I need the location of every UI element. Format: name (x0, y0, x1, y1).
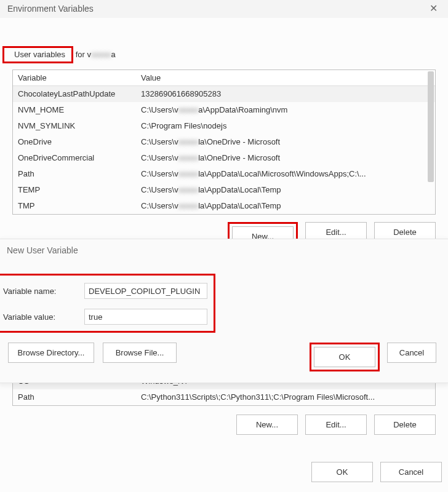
col-header-variable[interactable]: Variable (13, 70, 136, 86)
new-user-variable-dialog: New User Variable Variable name: Variabl… (0, 239, 448, 383)
user-for-text-right: a (111, 50, 116, 59)
sub-dialog-form-highlight: Variable name: Variable value: (0, 274, 215, 333)
variable-value-label: Variable value: (3, 312, 83, 322)
table-row[interactable]: TEMP (13, 182, 136, 198)
cancel-button[interactable]: Cancel (380, 462, 442, 482)
table-row[interactable]: C:\Users\vxxxxxa\AppData\Roaming\nvm (136, 102, 435, 118)
cancel-button[interactable]: Cancel (387, 343, 436, 363)
ok-button[interactable]: OK (314, 347, 375, 367)
delete-button[interactable]: Delete (374, 415, 436, 435)
table-row[interactable]: TMP (13, 198, 136, 214)
sub-dialog-button-row: Browse Directory... Browse File... OK Ca… (0, 333, 448, 383)
close-icon[interactable]: ✕ (428, 2, 443, 14)
table-row[interactable]: C:\Users\vxxxxxla\OneDrive - Microsoft (136, 150, 435, 166)
dialog-titlebar: Environment Variables ✕ (0, 0, 448, 18)
edit-button[interactable]: Edit... (305, 415, 367, 435)
table-row[interactable]: Path (13, 166, 136, 182)
dialog-title: Environment Variables (7, 4, 94, 14)
table-row[interactable]: C:\Python311\Scripts\;C:\Python311\;C:\P… (136, 389, 435, 405)
col-header-value[interactable]: Value (136, 70, 435, 86)
env-vars-dialog: Environment Variables ✕ User variables f… (0, 0, 448, 492)
ok-button[interactable]: OK (311, 462, 373, 482)
browse-directory-button[interactable]: Browse Directory... (8, 343, 94, 363)
sub-dialog-title: New User Variable (0, 239, 448, 261)
variable-name-label: Variable name: (3, 287, 83, 296)
browse-file-button[interactable]: Browse File... (103, 343, 177, 363)
variable-name-row: Variable name: (3, 283, 207, 299)
table-row[interactable]: OneDrive (13, 134, 136, 150)
table-row[interactable]: C:\Program Files\nodejs (136, 118, 435, 134)
dialog-bottom-buttons: OK Cancel (311, 462, 442, 482)
table-row[interactable]: C:\Users\vxxxxxla\OneDrive - Microsoft (136, 134, 435, 150)
user-for-blur: xxxxx (91, 50, 111, 59)
table-row[interactable]: 132869061668905283 (136, 86, 435, 102)
table-row[interactable]: Path (13, 389, 136, 405)
table-row[interactable]: ChocolateyLastPathUpdate (13, 86, 136, 102)
table-row[interactable]: NVM_SYMLINK (13, 118, 136, 134)
system-vars-button-row: New... Edit... Delete (224, 407, 448, 442)
table-row[interactable]: C:\Users\vxxxxxla\AppData\Local\Microsof… (136, 166, 435, 182)
variable-value-row: Variable value: (3, 309, 207, 325)
table-row[interactable]: C:\Users\vxxxxxla\AppData\Local\Temp (136, 182, 435, 198)
user-for-text-left: for v (73, 50, 91, 59)
user-vars-section-header: User variables for vxxxxxa (0, 18, 448, 67)
table-row[interactable]: C:\Users\vxxxxxla\AppData\Local\Temp (136, 198, 435, 214)
table-row[interactable]: OneDriveCommercial (13, 150, 136, 166)
user-vars-label: User variables (12, 49, 68, 60)
variable-value-input[interactable] (84, 309, 207, 325)
variable-name-input[interactable] (84, 283, 207, 299)
table-row[interactable]: NVM_HOME (13, 102, 136, 118)
new-button[interactable]: New... (236, 415, 298, 435)
scrollbar-thumb[interactable] (428, 71, 434, 182)
user-vars-table[interactable]: Variable Value ChocolateyLastPathUpdate … (12, 69, 436, 215)
